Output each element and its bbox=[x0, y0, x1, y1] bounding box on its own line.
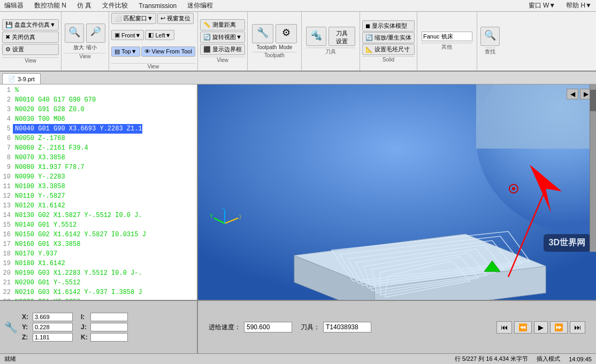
zoom-out-button[interactable]: 🔎 bbox=[86, 24, 105, 43]
code-line: 18N0170 Y.937 bbox=[0, 249, 197, 259]
line-content[interactable]: N0020 G91 G28 Z0.0 bbox=[13, 105, 85, 114]
feed-input[interactable] bbox=[244, 322, 292, 332]
tool-icon-small: 🔧 bbox=[4, 321, 18, 334]
code-editor[interactable]: 1%2N0010 G40 G17 G90 G703N0020 G91 G28 Z… bbox=[0, 84, 197, 300]
menu-sim[interactable]: 仿 真 bbox=[75, 0, 94, 11]
top-view-button[interactable]: ▤ Top▼ bbox=[111, 47, 140, 57]
toolbar-search-section: 🔍 查找 bbox=[477, 12, 503, 71]
line-content[interactable]: N0160 G01 X3.3858 bbox=[13, 239, 80, 249]
tab-main[interactable]: 📄 3-9.prt bbox=[2, 73, 41, 84]
tool-button[interactable]: 🔩 bbox=[306, 27, 326, 46]
line-content[interactable]: N0030 T00 M06 bbox=[13, 114, 65, 124]
code-line: 9N0080 X1.937 F78.7 bbox=[0, 162, 197, 172]
line-content[interactable]: N0090 Y-.2283 bbox=[13, 172, 65, 182]
rewind-button[interactable]: ⏮ bbox=[496, 321, 512, 334]
menu-editor[interactable]: 编辑器 bbox=[2, 0, 26, 11]
tabbar: 📄 3-9.prt bbox=[0, 72, 596, 84]
mode-button[interactable]: ⚙ bbox=[276, 24, 297, 43]
toolbar-other-section: Fanuc 铣床 其他 bbox=[417, 12, 477, 71]
code-line: 1% bbox=[0, 86, 197, 95]
toolpath-button[interactable]: 🔧 bbox=[252, 24, 273, 43]
line-content[interactable]: N0010 G40 G17 G90 G70 bbox=[13, 95, 96, 105]
line-content[interactable]: N0150 G02 X1.6142 Y.5827 I0.0315 J bbox=[13, 230, 146, 239]
x-input[interactable] bbox=[33, 313, 73, 321]
line-content[interactable]: N0200 G01 Y-.5512 bbox=[13, 278, 80, 288]
z-label: Z: bbox=[22, 334, 32, 341]
menu-mini[interactable]: 迷你编程 bbox=[185, 0, 215, 11]
line-content[interactable]: N0180 X1.6142 bbox=[13, 259, 65, 268]
line-content[interactable]: N0050 Z-.1768 bbox=[13, 134, 65, 143]
tool-display: 刀具： bbox=[301, 322, 371, 332]
front-view-button[interactable]: ▣ Front▼ bbox=[111, 30, 144, 40]
step-back-button[interactable]: ⏪ bbox=[514, 321, 532, 334]
nav-prev[interactable]: ◀ bbox=[567, 89, 578, 99]
line-content[interactable]: N0140 G01 Y.5512 bbox=[13, 220, 77, 230]
line-content[interactable]: N0220 G01 X3.3858 bbox=[13, 297, 80, 300]
menubar: 编辑器 数控功能 N 仿 真 文件比较 Transmission 迷你编程 窗口… bbox=[0, 0, 596, 12]
view-reset-button[interactable]: ↩ 视窗复位 bbox=[157, 13, 194, 24]
tool-settings-button[interactable]: 刀具设置 bbox=[328, 27, 355, 46]
search-button[interactable]: 🔍 bbox=[480, 27, 500, 46]
left-view-button[interactable]: ◧ Left▼ bbox=[145, 30, 174, 40]
playback-controls: ⏮ ⏪ ▶ ⏩ ⏭ bbox=[496, 321, 585, 334]
set-stock-button[interactable]: 📐 设置毛坯尺寸 bbox=[362, 44, 415, 55]
fit-window-button[interactable]: ⬜ 匹配窗口▼ bbox=[111, 13, 156, 24]
line-content[interactable]: N0080 X1.937 F78.7 bbox=[13, 162, 85, 172]
toolpath-section-label: Toolpath bbox=[252, 52, 297, 58]
3d-viewport[interactable]: X Y Z ◀ ▶ 3D世界网 bbox=[198, 84, 596, 300]
menu-filecompare[interactable]: 文件比较 bbox=[100, 0, 130, 11]
axis-indicator: X Y Z bbox=[209, 207, 241, 241]
tool-input[interactable] bbox=[323, 322, 371, 332]
line-content[interactable]: N0040 G01 G90 X3.6693 Y.2283 Z1.1 bbox=[13, 124, 142, 134]
z-input[interactable] bbox=[33, 333, 73, 342]
line-content[interactable]: N0060 Z-.2161 F39.4 bbox=[13, 143, 88, 153]
show-solid-button[interactable]: ◼ 显示实体模型 bbox=[362, 20, 415, 32]
view-label2: View bbox=[65, 53, 105, 59]
i-input[interactable] bbox=[90, 313, 128, 321]
menu-help[interactable]: 帮助 H▼ bbox=[564, 0, 594, 11]
toolbar-file-section: 💾 盘盘文件仿真▼ ✖ 关闭仿真 ⚙ 设置 View bbox=[0, 12, 62, 71]
machine-selector[interactable]: Fanuc 铣床 bbox=[422, 32, 472, 41]
line-content[interactable]: N0210 G03 X1.6142 Y-.937 I.3858 J bbox=[13, 288, 142, 297]
line-content[interactable]: N0170 Y.937 bbox=[13, 249, 57, 259]
step-forward-button[interactable]: ⏩ bbox=[550, 321, 568, 334]
k-input[interactable] bbox=[90, 333, 128, 342]
menu-nc[interactable]: 数控功能 N bbox=[32, 0, 68, 11]
j-input[interactable] bbox=[90, 323, 128, 331]
line-content[interactable]: N0120 X1.6142 bbox=[13, 201, 65, 211]
rotate-view-button[interactable]: 🔄 旋转视图▼ bbox=[200, 32, 245, 43]
line-content[interactable]: N0070 X3.3858 bbox=[13, 153, 65, 162]
toolpath-label: Toolpath bbox=[257, 44, 277, 50]
line-number: 20 bbox=[0, 268, 13, 278]
code-line: 23N0220 G01 X3.3858 bbox=[0, 297, 197, 300]
code-line: 11N0100 X3.3858 bbox=[0, 182, 197, 191]
line-content[interactable]: % bbox=[13, 86, 19, 95]
view-from-tool-button[interactable]: 👁 View From Tool bbox=[141, 47, 195, 57]
viewport-scrollbar[interactable] bbox=[590, 84, 596, 252]
line-content[interactable]: N0100 X3.3858 bbox=[13, 182, 65, 191]
line-content[interactable]: N0110 Y-.5827 bbox=[13, 191, 65, 201]
code-line: 16N0150 G02 X1.6142 Y.5827 I0.0315 J bbox=[0, 230, 197, 239]
menu-transmission[interactable]: Transmission bbox=[136, 1, 179, 11]
axis-svg: X Y Z bbox=[209, 207, 241, 239]
settings-button[interactable]: ⚙ 设置 bbox=[2, 44, 59, 55]
search-label: 查找 bbox=[485, 48, 495, 56]
code-line: 17N0160 G01 X3.3858 bbox=[0, 239, 197, 249]
fast-forward-button[interactable]: ⏭ bbox=[570, 321, 585, 334]
zoom-in-button[interactable]: 🔍 bbox=[65, 24, 84, 43]
open-sim-button[interactable]: 💾 盘盘文件仿真▼ bbox=[2, 19, 59, 30]
y-input[interactable] bbox=[33, 323, 73, 331]
menu-window[interactable]: 窗口 W▼ bbox=[526, 0, 558, 11]
line-content[interactable]: N0130 G02 X1.5827 Y-.5512 I0.0 J. bbox=[13, 211, 142, 220]
measure-dist-button[interactable]: 📏 测量距离 bbox=[200, 19, 245, 30]
show-bbox-button[interactable]: ⬛ 显示边界框 bbox=[200, 44, 245, 55]
nav-buttons: ◀ ▶ bbox=[567, 89, 592, 99]
feed-display: 进给速度： bbox=[209, 322, 292, 332]
line-number: 9 bbox=[0, 162, 13, 172]
code-line: 10N0090 Y-.2283 bbox=[0, 172, 197, 182]
line-content[interactable]: N0190 G03 X1.2283 Y.5512 I0.0 J-. bbox=[13, 268, 142, 278]
line-number: 16 bbox=[0, 230, 13, 239]
zoom-regen-button[interactable]: 🔄 缩放/重生实体 bbox=[362, 32, 415, 43]
play-button[interactable]: ▶ bbox=[534, 321, 548, 334]
close-sim-button[interactable]: ✖ 关闭仿真 bbox=[2, 32, 59, 43]
